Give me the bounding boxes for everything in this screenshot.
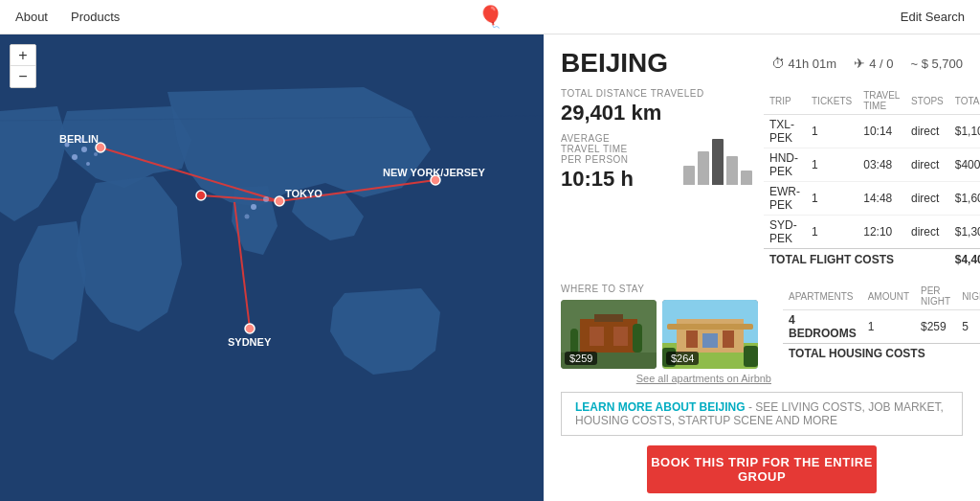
flight-stops: direct bbox=[905, 148, 949, 182]
svg-rect-36 bbox=[723, 330, 734, 348]
flight-stops: direct bbox=[905, 216, 949, 249]
svg-point-16 bbox=[65, 143, 70, 148]
clock-icon: ⏱ bbox=[771, 56, 785, 71]
svg-point-17 bbox=[79, 138, 84, 143]
col-per-night: PER NIGHT bbox=[915, 284, 956, 310]
flight-row: HND-PEK 1 03:48 direct $400 bbox=[764, 148, 980, 182]
flight-stops: direct bbox=[905, 115, 949, 148]
bar-1 bbox=[698, 151, 709, 185]
svg-text:SYDNEY: SYDNEY bbox=[228, 336, 272, 348]
svg-point-18 bbox=[86, 162, 90, 166]
svg-text:NEW YORK/JERSEY: NEW YORK/JERSEY bbox=[383, 167, 485, 178]
airbnb-link[interactable]: See all apartments on Airbnb bbox=[561, 373, 771, 384]
svg-rect-34 bbox=[667, 324, 753, 330]
col-amount: AMOUNT bbox=[862, 284, 915, 310]
svg-point-14 bbox=[81, 147, 87, 152]
svg-rect-37 bbox=[702, 333, 718, 348]
apt-name: 4 BEDROOMS bbox=[783, 310, 862, 344]
nav-about[interactable]: About bbox=[15, 10, 48, 24]
where-to-stay: WHERE TO STAY bbox=[561, 284, 771, 384]
col-nights: NIGHTS bbox=[956, 284, 980, 310]
nav-products[interactable]: Products bbox=[71, 10, 120, 24]
navbar-left: About Products bbox=[15, 10, 120, 24]
flight-row: TXL-PEK 1 10:14 direct $1,100 bbox=[764, 115, 980, 148]
flight-row: EWR-PEK 1 14:48 direct $1,600 bbox=[764, 182, 980, 216]
housing-table-section: APARTMENTS AMOUNT PER NIGHT NIGHTS TOTAL… bbox=[783, 284, 980, 384]
flight-trip: EWR-PEK bbox=[764, 182, 806, 216]
flight-row: SYD-PEK 1 12:10 direct $1,300 bbox=[764, 216, 980, 249]
flight-total: $1,600 bbox=[949, 182, 980, 216]
stat-distance: TOTAL DISTANCE TRAVELED 29,401 km bbox=[561, 88, 718, 125]
apt-photos: $259 bbox=[561, 300, 771, 369]
col-total: TOTAL bbox=[949, 88, 980, 115]
stat-avg-time: AVERAGE TRAVEL TIME PER PERSON 10:15 h bbox=[561, 133, 637, 192]
map-controls: + − bbox=[10, 44, 36, 88]
map-zoom-out[interactable]: − bbox=[11, 66, 35, 87]
flight-icon: ✈ bbox=[854, 56, 865, 71]
dest-cost: ~ $ 5,700 bbox=[910, 57, 963, 71]
apt-photo-2[interactable]: $264 bbox=[662, 300, 758, 369]
svg-point-21 bbox=[263, 196, 269, 202]
col-tickets: TICKETS bbox=[806, 88, 858, 115]
bar-4 bbox=[741, 171, 752, 185]
nav-edit-search[interactable]: Edit Search bbox=[901, 10, 965, 24]
apt-nights: 5 bbox=[956, 310, 980, 344]
flight-total-value: $4,400 bbox=[949, 249, 980, 271]
flight-trip: HND-PEK bbox=[764, 148, 806, 182]
info-banner[interactable]: LEARN MORE ABOUT BEIJING - SEE LIVING CO… bbox=[561, 392, 963, 436]
housing-total-label: TOTAL HOUSING COSTS bbox=[783, 344, 980, 364]
svg-text:TOKYO: TOKYO bbox=[285, 188, 323, 199]
col-travel-time: TRAVEL TIME bbox=[858, 88, 905, 115]
dest-flights: ✈ 4 / 0 bbox=[854, 56, 893, 71]
col-trip: TRIP bbox=[764, 88, 806, 115]
map-panel: BERLIN TOKYO SYDNEY NEW YORK/JERSEY + − bbox=[0, 34, 544, 501]
apt-amount: 1 bbox=[862, 310, 915, 344]
dest-travel-time: ⏱ 41h 01m bbox=[771, 56, 837, 71]
svg-point-20 bbox=[251, 204, 256, 210]
flight-time: 12:10 bbox=[858, 216, 905, 249]
col-stops: STOPS bbox=[905, 88, 949, 115]
flight-time: 03:48 bbox=[858, 148, 905, 182]
housing-table: APARTMENTS AMOUNT PER NIGHT NIGHTS TOTAL… bbox=[783, 284, 980, 363]
flights-table-section: TRIP TICKETS TRAVEL TIME STOPS TOTAL TXL… bbox=[764, 88, 980, 274]
flight-total-label: TOTAL FLIGHT COSTS bbox=[764, 249, 949, 271]
apt-per-night: $259 bbox=[915, 310, 956, 344]
book-button[interactable]: BOOK THIS TRIP FOR THE ENTIRE GROUP bbox=[647, 445, 877, 493]
housing-row: 4 BEDROOMS 1 $259 5 $1,295 bbox=[783, 310, 980, 344]
navbar-logo: 🎈 bbox=[478, 5, 503, 30]
svg-point-15 bbox=[72, 154, 78, 160]
flight-tickets: 1 bbox=[806, 115, 858, 148]
flight-time: 10:14 bbox=[858, 115, 905, 148]
svg-rect-39 bbox=[744, 346, 758, 367]
col-apartments: APARTMENTS bbox=[783, 284, 862, 310]
apt-photo-1[interactable]: $259 bbox=[561, 300, 657, 369]
bar-2 bbox=[712, 139, 724, 185]
flight-total: $1,100 bbox=[949, 115, 980, 148]
apt-price-1: $259 bbox=[565, 352, 597, 365]
svg-point-19 bbox=[94, 152, 98, 156]
map-zoom-in[interactable]: + bbox=[11, 45, 35, 66]
dest-title: BEIJING bbox=[561, 48, 668, 79]
svg-point-5 bbox=[196, 191, 206, 200]
svg-rect-35 bbox=[686, 330, 698, 348]
dest-header: BEIJING ⏱ 41h 01m ✈ 4 / 0 ~ $ 5,700 bbox=[561, 48, 963, 79]
right-panel: BEIJING ⏱ 41h 01m ✈ 4 / 0 ~ $ 5,700 bbox=[544, 34, 980, 501]
svg-rect-30 bbox=[633, 324, 642, 353]
flight-stops: direct bbox=[905, 182, 949, 216]
flight-table: TRIP TICKETS TRAVEL TIME STOPS TOTAL TXL… bbox=[764, 88, 980, 270]
svg-text:BERLIN: BERLIN bbox=[59, 133, 99, 145]
flight-total: $1,300 bbox=[949, 216, 980, 249]
main-layout: BERLIN TOKYO SYDNEY NEW YORK/JERSEY + − … bbox=[0, 34, 980, 501]
apt-price-2: $264 bbox=[666, 352, 699, 365]
flight-trip: SYD-PEK bbox=[764, 216, 806, 249]
flight-time: 14:48 bbox=[858, 182, 905, 216]
svg-point-22 bbox=[245, 215, 250, 219]
flight-trip: TXL-PEK bbox=[764, 115, 806, 148]
bar-chart bbox=[683, 137, 752, 185]
flight-tickets: 1 bbox=[806, 148, 858, 182]
svg-rect-25 bbox=[590, 327, 604, 346]
svg-rect-26 bbox=[613, 327, 628, 346]
svg-rect-27 bbox=[594, 314, 623, 322]
housing-section: WHERE TO STAY bbox=[561, 284, 963, 384]
bar-3 bbox=[726, 156, 738, 185]
